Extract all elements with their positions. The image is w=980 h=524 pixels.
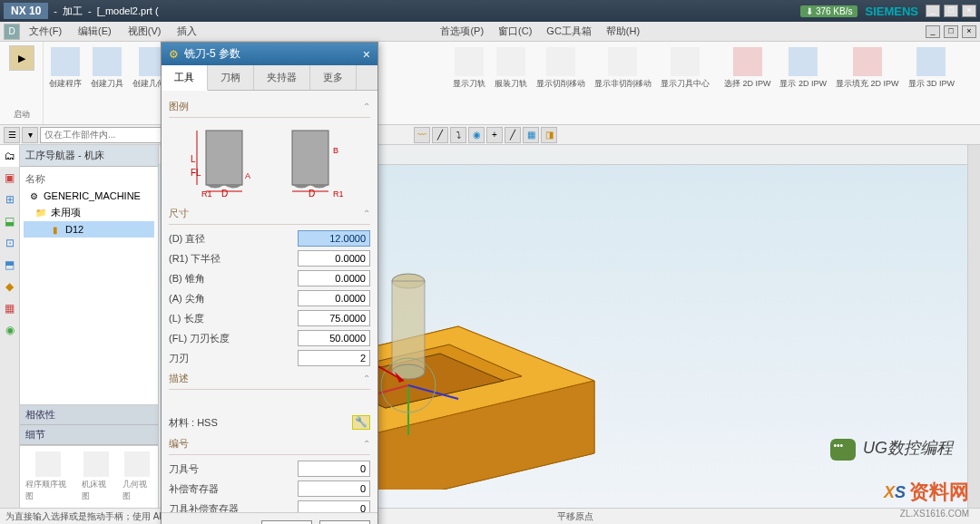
- show-noncut-button[interactable]: 显示非切削移动: [593, 45, 653, 92]
- dim-input-4[interactable]: [298, 310, 370, 326]
- description-section[interactable]: 描述: [169, 368, 370, 390]
- menu-edit[interactable]: 编辑(E): [71, 23, 119, 40]
- cancel-button[interactable]: 取消: [319, 520, 370, 524]
- num-label: 补偿寄存器: [169, 482, 298, 496]
- dimension-section[interactable]: 尺寸: [169, 203, 370, 225]
- select-2d-ipw-button[interactable]: 选择 2D IPW: [722, 45, 773, 92]
- tab-5[interactable]: ⊡: [0, 232, 19, 254]
- line-tool-icon[interactable]: ╱: [432, 127, 448, 143]
- svg-rect-8: [292, 131, 328, 185]
- tab-shank[interactable]: 刀柄: [208, 65, 254, 90]
- dim-row: (A) 尖角: [169, 288, 370, 308]
- num-input-2[interactable]: [298, 500, 370, 512]
- show-fill-2d-ipw-button[interactable]: 显示填充 2D IPW: [834, 45, 901, 92]
- material-edit-button[interactable]: 🔧: [352, 415, 370, 430]
- tree-column-name: 名称: [24, 170, 154, 188]
- tab-6[interactable]: ⬒: [0, 254, 19, 276]
- close-button[interactable]: ×: [962, 5, 976, 17]
- program-view-button[interactable]: 程序顺序视图: [25, 451, 71, 502]
- right-sidebar[interactable]: [967, 145, 980, 508]
- slash-tool-icon[interactable]: ╱: [505, 127, 521, 143]
- menu-help[interactable]: 帮助(H): [599, 23, 647, 40]
- replay-toolpath-button[interactable]: 服装刀轨: [493, 45, 529, 92]
- filter-input[interactable]: [40, 127, 167, 143]
- material-label: 材料 : HSS: [169, 416, 352, 430]
- menu-gctoolbox[interactable]: GC工具箱: [539, 23, 599, 40]
- doc-close-button[interactable]: ×: [962, 25, 976, 38]
- box-tool-icon[interactable]: ▦: [523, 127, 539, 143]
- geometry-view-icon: [124, 451, 150, 477]
- tab-8[interactable]: ▦: [0, 297, 19, 319]
- menu-file[interactable]: 文件(F): [22, 23, 69, 40]
- menu-prefs[interactable]: 首选项(P): [433, 23, 491, 40]
- curve-tool-icon[interactable]: 〰: [414, 127, 430, 143]
- geometry-view-button[interactable]: 几何视图: [122, 451, 152, 502]
- dim-input-1[interactable]: [298, 250, 370, 267]
- ipw-fill-icon: [853, 47, 882, 76]
- selection-toolbar: ☰ ▾ ▾ 〰 ╱ ⤵ ◉ + ╱ ▦ ◨: [0, 125, 980, 145]
- menu-icon[interactable]: ☰: [4, 127, 20, 143]
- detail-section[interactable]: 细节: [20, 425, 158, 445]
- watermark-url: ZL.XS1616.COM: [900, 509, 969, 519]
- num-input-0[interactable]: [298, 461, 370, 477]
- tab-3[interactable]: ⊞: [0, 189, 19, 210]
- svg-rect-0: [206, 131, 242, 185]
- watermark-ug: UG数控编程: [830, 437, 954, 461]
- svg-text:FL: FL: [191, 168, 201, 178]
- ok-button[interactable]: 确定: [261, 520, 312, 524]
- tab-holder[interactable]: 夹持器: [254, 65, 310, 90]
- dim-input-3[interactable]: [298, 290, 370, 306]
- menu-view[interactable]: 视图(V): [121, 23, 169, 40]
- tab-more[interactable]: 更多: [310, 65, 357, 90]
- dim-input-5[interactable]: [298, 330, 370, 346]
- doc-maximize-button[interactable]: □: [944, 25, 958, 38]
- tab-tool[interactable]: 工具: [162, 65, 208, 91]
- svg-text:L: L: [191, 154, 196, 164]
- tab-4[interactable]: ⬓: [0, 210, 19, 232]
- number-section[interactable]: 编号: [169, 433, 370, 455]
- target-tool-icon[interactable]: ◉: [468, 127, 485, 143]
- maximize-button[interactable]: □: [944, 5, 958, 17]
- tab-9[interactable]: ◉: [0, 319, 19, 341]
- dialog-close-button[interactable]: ×: [363, 47, 370, 62]
- dialog-titlebar[interactable]: ⚙ 铣刀-5 参数 ×: [162, 43, 377, 65]
- tree-root[interactable]: ⚙GENERIC_MACHINE: [24, 188, 154, 204]
- dependency-section[interactable]: 相依性: [20, 405, 158, 425]
- dim-input-2[interactable]: [298, 270, 370, 286]
- dim-label: 刀刃: [169, 352, 298, 365]
- operation-tree[interactable]: 名称 ⚙GENERIC_MACHINE 📁未用项 ▮D12: [20, 167, 158, 404]
- svg-text:A: A: [245, 171, 250, 180]
- tree-unused[interactable]: 📁未用项: [24, 204, 154, 221]
- dim-row: (B) 锥角: [169, 268, 370, 288]
- num-label: 刀具号: [169, 462, 298, 476]
- legend-section[interactable]: 图例: [169, 96, 370, 118]
- create-program-button[interactable]: 创建程序: [47, 45, 83, 92]
- minimize-button[interactable]: _: [926, 5, 940, 17]
- machine-view-button[interactable]: 机床视图: [82, 451, 112, 502]
- tree-item-d12[interactable]: ▮D12: [24, 221, 154, 238]
- arc-tool-icon[interactable]: ⤵: [450, 127, 466, 143]
- plus-tool-icon[interactable]: +: [486, 127, 503, 143]
- status-hint: 为直接输入选择或是拖动手柄；使用 Alt 键: [5, 510, 175, 523]
- start-button[interactable]: ▶: [9, 45, 34, 71]
- menu-window[interactable]: 窗口(C): [491, 23, 539, 40]
- create-tool-button[interactable]: 创建刀具: [89, 45, 125, 92]
- tab-2[interactable]: ▣: [0, 167, 19, 189]
- num-input-1[interactable]: [298, 480, 370, 497]
- show-3d-ipw-button[interactable]: 显示 3D IPW: [906, 45, 957, 92]
- cube-tool-icon[interactable]: ◨: [541, 127, 557, 143]
- gear-icon: ⚙: [169, 48, 179, 61]
- show-toolpath-button[interactable]: 显示刀轨: [451, 45, 487, 92]
- doc-minimize-button[interactable]: _: [926, 25, 940, 38]
- app-name: NX 10: [4, 3, 48, 19]
- show-2d-ipw-button[interactable]: 显示 2D IPW: [778, 45, 828, 92]
- navigator-tab[interactable]: 🗂: [0, 145, 19, 167]
- menu-insert[interactable]: 插入: [170, 23, 204, 40]
- show-cut-button[interactable]: 显示切削移动: [534, 45, 587, 92]
- dim-input-0[interactable]: [298, 230, 370, 247]
- filter-icon[interactable]: ▾: [22, 127, 38, 143]
- dim-input-6[interactable]: [298, 350, 370, 366]
- nx-icon[interactable]: D: [4, 24, 20, 40]
- tab-7[interactable]: ◆: [0, 276, 19, 297]
- ribbon: ▶ 启动 创建程序 创建刀具 创建几何体 显示刀轨 服装刀轨 显示切削移动 显示…: [0, 42, 980, 125]
